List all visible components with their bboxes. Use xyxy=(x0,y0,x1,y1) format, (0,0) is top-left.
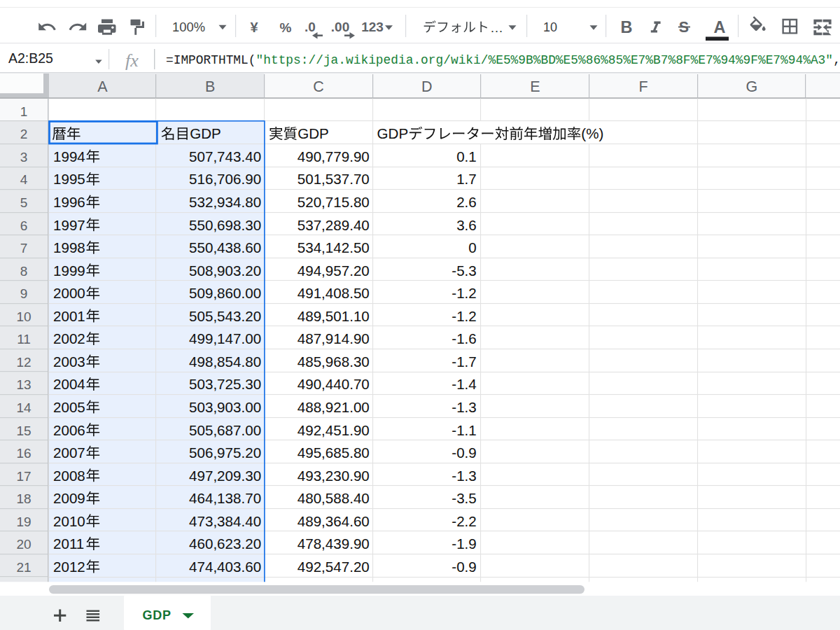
svg-text:6: 6 xyxy=(20,218,28,233)
svg-text:2001: 2001 xyxy=(53,308,85,324)
svg-text:14: 14 xyxy=(16,400,31,415)
svg-text:E: E xyxy=(530,78,540,95)
svg-text:497,209.30: 497,209.30 xyxy=(189,468,261,484)
svg-text:19: 19 xyxy=(16,514,31,529)
svg-text:495,685.80: 495,685.80 xyxy=(298,444,370,461)
svg-text:F: F xyxy=(638,78,648,95)
svg-text:-1.9: -1.9 xyxy=(451,536,477,552)
svg-text:498,854.80: 498,854.80 xyxy=(189,354,261,370)
svg-text:473,384.40: 473,384.40 xyxy=(189,513,261,529)
svg-text:1994: 1994 xyxy=(53,148,85,164)
svg-text:505,687.00: 505,687.00 xyxy=(189,422,261,438)
svg-text:2008: 2008 xyxy=(53,468,85,484)
svg-text:3.6: 3.6 xyxy=(456,217,477,233)
svg-text:492,547.20: 492,547.20 xyxy=(298,559,370,575)
svg-text:492,451.90: 492,451.90 xyxy=(298,422,370,438)
svg-text:2003: 2003 xyxy=(53,354,85,370)
svg-text:A: A xyxy=(97,78,108,95)
svg-text:-1.2: -1.2 xyxy=(451,285,477,301)
svg-text:490,779.90: 490,779.90 xyxy=(298,148,370,164)
svg-text:1: 1 xyxy=(20,104,28,119)
svg-text:15: 15 xyxy=(16,424,31,438)
svg-text:GDP: GDP xyxy=(190,125,221,141)
svg-text:490,440.70: 490,440.70 xyxy=(298,376,370,392)
svg-text:516,706.90: 516,706.90 xyxy=(189,171,261,187)
svg-text:506,975.20: 506,975.20 xyxy=(189,444,261,461)
svg-text:534,142.50: 534,142.50 xyxy=(298,239,370,255)
svg-text:503,725.30: 503,725.30 xyxy=(189,376,261,392)
svg-text:487,914.90: 487,914.90 xyxy=(298,330,370,346)
svg-text:-1.7: -1.7 xyxy=(451,354,477,370)
svg-text:,: , xyxy=(833,53,840,67)
svg-text:-3.5: -3.5 xyxy=(451,490,477,506)
svg-text:2010: 2010 xyxy=(53,513,85,529)
svg-text:123: 123 xyxy=(361,20,384,34)
svg-text:…: … xyxy=(490,20,503,35)
svg-text:¥: ¥ xyxy=(250,20,258,35)
svg-text:485,968.30: 485,968.30 xyxy=(298,354,370,370)
svg-text:0.1: 0.1 xyxy=(456,148,477,164)
svg-text:17: 17 xyxy=(16,469,31,484)
svg-text:11: 11 xyxy=(17,332,31,346)
svg-text:3: 3 xyxy=(20,150,28,164)
svg-text:GDP: GDP xyxy=(298,125,329,141)
svg-text:478,439.90: 478,439.90 xyxy=(298,536,370,552)
svg-text:-1.3: -1.3 xyxy=(451,399,477,415)
svg-text:1995: 1995 xyxy=(53,171,85,187)
svg-text:13: 13 xyxy=(16,377,31,392)
svg-text:-1.2: -1.2 xyxy=(451,308,477,324)
svg-text:18: 18 xyxy=(16,491,31,506)
svg-text:1999: 1999 xyxy=(53,262,85,279)
svg-text:1.7: 1.7 xyxy=(456,171,477,187)
svg-text:464,138.70: 464,138.70 xyxy=(189,490,261,506)
svg-text:16: 16 xyxy=(16,446,31,461)
svg-text:2: 2 xyxy=(20,127,28,141)
svg-text:2002: 2002 xyxy=(53,330,85,346)
svg-text:"https://ja.wikipedia.org/wiki: "https://ja.wikipedia.org/wiki/%E5%9B%BD… xyxy=(256,53,834,67)
svg-text:-5.3: -5.3 xyxy=(451,262,477,279)
svg-text:491,408.50: 491,408.50 xyxy=(298,285,370,301)
svg-text:-2.2: -2.2 xyxy=(451,513,477,529)
svg-text:100%: 100% xyxy=(172,20,205,34)
svg-text:460,623.20: 460,623.20 xyxy=(189,536,261,552)
svg-text:489,364.60: 489,364.60 xyxy=(298,513,370,529)
svg-text:12: 12 xyxy=(16,355,31,370)
svg-text:2005: 2005 xyxy=(53,399,85,415)
svg-text:C: C xyxy=(313,78,324,95)
svg-text:7: 7 xyxy=(20,241,28,255)
svg-text:2012: 2012 xyxy=(53,559,85,575)
svg-text:494,957.20: 494,957.20 xyxy=(298,262,370,279)
svg-text:4: 4 xyxy=(20,172,28,187)
svg-text:505,543.20: 505,543.20 xyxy=(189,308,261,324)
svg-text:2011: 2011 xyxy=(53,536,84,552)
svg-text:8: 8 xyxy=(20,264,28,279)
svg-text:1998: 1998 xyxy=(53,239,85,255)
svg-text:508,903.20: 508,903.20 xyxy=(189,262,261,279)
svg-text:G: G xyxy=(746,78,757,95)
svg-text:%: % xyxy=(280,20,292,35)
svg-text:2009: 2009 xyxy=(53,490,85,506)
svg-text:507,743.40: 507,743.40 xyxy=(189,148,261,164)
svg-text:537,289.40: 537,289.40 xyxy=(298,217,370,233)
svg-text:509,860.00: 509,860.00 xyxy=(189,285,261,301)
svg-text:-0.9: -0.9 xyxy=(451,559,477,575)
svg-text:GDP: GDP xyxy=(377,125,409,141)
svg-text:532,934.80: 532,934.80 xyxy=(189,194,261,210)
svg-text:2007: 2007 xyxy=(53,444,85,461)
svg-text:(%): (%) xyxy=(581,125,603,141)
svg-text:-1.1: -1.1 xyxy=(451,422,477,438)
svg-text:10: 10 xyxy=(543,20,557,34)
svg-text:1997: 1997 xyxy=(53,217,85,233)
svg-text:9: 9 xyxy=(20,286,28,301)
svg-text:2.6: 2.6 xyxy=(456,194,477,210)
svg-text:B: B xyxy=(621,18,633,36)
svg-text:474,403.60: 474,403.60 xyxy=(189,559,261,575)
svg-text:493,230.90: 493,230.90 xyxy=(298,468,370,484)
svg-text:503,903.00: 503,903.00 xyxy=(189,399,261,415)
svg-text:488,921.00: 488,921.00 xyxy=(298,399,370,415)
svg-text:10: 10 xyxy=(16,309,31,324)
svg-text:2004: 2004 xyxy=(53,376,85,392)
svg-text:21: 21 xyxy=(16,560,31,575)
svg-text:.0: .0 xyxy=(304,20,316,34)
svg-text:GDP: GDP xyxy=(143,608,172,622)
